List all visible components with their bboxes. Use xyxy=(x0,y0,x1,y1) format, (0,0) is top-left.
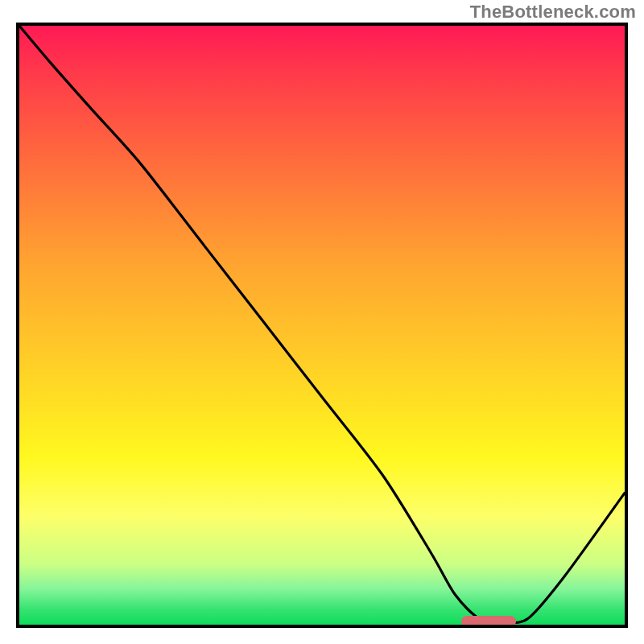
chart-minimum-marker xyxy=(461,616,516,627)
chart-line-series xyxy=(19,26,625,625)
chart-plot-area xyxy=(16,23,628,628)
watermark-text: TheBottleneck.com xyxy=(470,2,636,23)
